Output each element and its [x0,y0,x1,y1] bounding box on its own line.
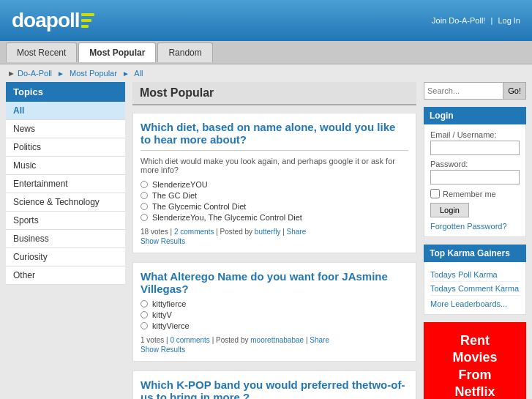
sidebar-item-music[interactable]: Music [6,157,125,175]
remember-checkbox[interactable] [430,189,440,198]
nav-tab-most-recent[interactable]: Most Recent [6,42,77,62]
sidebar-item-entertainment[interactable]: Entertainment [6,175,125,193]
link-separator: | [490,16,492,25]
header-links: Join Do-A-Poll! | Log In [432,16,520,25]
radio-circle-1-2 [141,322,148,329]
poll-author-link-1[interactable]: moorettnababae [250,336,304,344]
poll-block-0: Which diet, based on name alone, would y… [132,113,416,253]
radio-circle-0-2 [141,203,148,210]
sidebar-item-sports[interactable]: Sports [6,212,125,230]
sidebar-item-politics[interactable]: Politics [6,138,125,157]
search-button[interactable]: Go! [503,82,526,100]
option-label-1-2: kittyVierce [152,321,190,330]
nav-tab-most-popular[interactable]: Most Popular [78,42,156,62]
option-label-1-0: kittyfierce [152,299,186,308]
search-bar: Go! [424,82,526,100]
poll-comments-link-0[interactable]: 2 comments [174,228,214,236]
logo-bar-1 [81,13,94,16]
option-label-0-0: SlenderizeYOU [152,180,208,189]
sidebar-item-science---technology[interactable]: Science & Technology [6,193,125,212]
breadcrumb-most-popular[interactable]: Most Popular [70,69,117,78]
poll-comments-link-1[interactable]: 0 comments [170,336,209,344]
poll-author-link-0[interactable]: butterfly [255,228,281,236]
breadcrumb-all[interactable]: All [134,69,143,78]
logo-bars [81,13,94,28]
sidebar-item-business[interactable]: Business [6,230,125,248]
radio-circle-1-1 [141,311,148,318]
polls-container: Which diet, based on name alone, would y… [132,113,416,399]
site-header: doapoll Join Do-A-Poll! | Log In [0,0,532,41]
join-link[interactable]: Join Do-A-Poll! [432,16,485,25]
main-navbar: Most RecentMost PopularRandom [0,41,532,64]
radio-circle-0-0 [141,181,148,188]
email-label: Email / Username: [430,130,520,139]
poll-option-0-0[interactable]: SlenderizeYOU [141,180,408,189]
poll-block-1: What Alterego Name do you want foor JAsm… [132,262,416,362]
karma-poll[interactable]: Todays Poll Karma [430,268,520,282]
main-layout: Topics AllNewsPoliticsMusicEntertainment… [0,82,532,399]
sidebar-item-curiosity[interactable]: Curiosity [6,248,125,266]
poll-divider-0 [141,150,408,151]
poll-title-1[interactable]: What Alterego Name do you want foor JAsm… [141,270,408,295]
poll-block-2: Which K-POP band you would preferred the… [132,370,416,399]
page-title: Most Popular [132,82,416,105]
poll-desc-0: Which diet would make you look again, an… [141,157,408,174]
search-input[interactable] [424,82,503,100]
radio-circle-0-3 [141,214,148,221]
breadcrumb: ► Do-A-Poll ► Most Popular ► All [0,64,532,82]
poll-share-link-0[interactable]: Share [287,228,307,236]
karma-section-body: Todays Poll Karma Todays Comment Karma M… [424,262,526,315]
poll-option-1-2[interactable]: kittyVierce [141,321,408,330]
poll-option-0-1[interactable]: The GC Diet [141,191,408,200]
email-input[interactable] [430,141,520,155]
poll-meta-0: 18 votes | 2 comments | Posted by butter… [141,228,408,236]
breadcrumb-icon: ► [7,69,15,78]
breadcrumb-arrow-2: ► [122,70,130,78]
poll-option-0-3[interactable]: SlenderizeYou, The Glycemic Control Diet [141,213,408,222]
poll-option-1-0[interactable]: kittyfierce [141,299,408,308]
more-leaderboards-link[interactable]: More Leaderboards... [430,299,520,308]
remember-row: Remember me [430,189,520,198]
password-input[interactable] [430,170,520,184]
right-sidebar: Go! Login Email / Username: Password: Re… [424,82,526,399]
sidebar-item-all[interactable]: All [6,102,125,120]
password-label: Password: [430,160,520,168]
login-button[interactable]: Login [430,203,469,217]
sidebar: Topics AllNewsPoliticsMusicEntertainment… [6,82,125,399]
poll-option-0-2[interactable]: The Glycemic Control Diet [141,202,408,211]
breadcrumb-home[interactable]: Do-A-Poll [18,69,52,78]
sidebar-title: Topics [6,82,125,102]
login-section-body: Email / Username: Password: Remember me … [424,124,526,237]
logo-bar-3 [81,25,89,28]
remember-label: Remember me [443,190,496,198]
karma-section-title: Top Karma Gainers [424,245,526,262]
breadcrumb-arrow-1: ► [57,70,64,78]
forgotten-password-link[interactable]: Forgotten Password? [430,222,520,231]
sidebar-item-news[interactable]: News [6,120,125,138]
option-label-0-2: The Glycemic Control Diet [152,202,246,211]
login-section-title: Login [424,107,526,124]
poll-title-0[interactable]: Which diet, based on name alone, would y… [141,121,408,146]
option-label-0-3: SlenderizeYou, The Glycemic Control Diet [152,213,302,222]
nav-tab-random[interactable]: Random [157,42,212,62]
karma-comment[interactable]: Todays Comment Karma [430,282,520,296]
poll-title-2[interactable]: Which K-POP band you would preferred the… [141,379,408,399]
logo-text: doapoll [12,9,80,32]
show-results-1[interactable]: Show Results [141,346,408,354]
logo[interactable]: doapoll [12,9,94,32]
poll-option-1-1[interactable]: kittyV [141,310,408,319]
option-label-1-1: kittyV [152,310,172,319]
main-content: Most Popular Which diet, based on name a… [132,82,416,399]
poll-share-link-1[interactable]: Share [310,336,329,344]
logo-bar-2 [81,19,91,22]
poll-meta-1: 1 votes | 0 comments | Posted by moorett… [141,336,408,344]
radio-circle-0-1 [141,192,148,199]
show-results-0[interactable]: Show Results [141,237,408,245]
sidebar-item-other[interactable]: Other [6,266,125,285]
netflix-ad[interactable]: RentMoviesFromNetflix [424,322,526,399]
login-section: Login Email / Username: Password: Rememb… [424,107,526,237]
karma-section: Top Karma Gainers Todays Poll Karma Toda… [424,245,526,315]
option-label-0-1: The GC Diet [152,191,197,200]
radio-circle-1-0 [141,300,148,307]
login-link[interactable]: Log In [498,16,520,25]
